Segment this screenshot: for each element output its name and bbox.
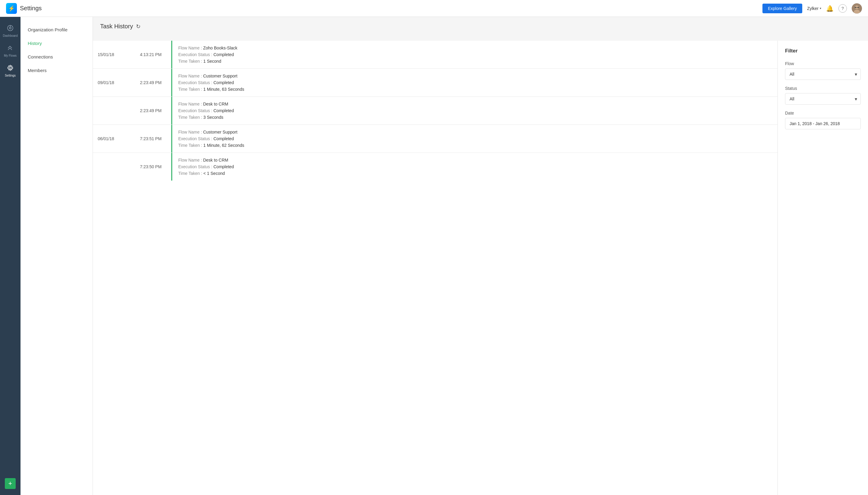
history-time-5: 7:23:50 PM <box>135 153 171 181</box>
execution-status-line-2: Execution Status : Completed <box>178 80 771 85</box>
table-row: 7:23:50 PM Flow Name : Desk to CRM Execu… <box>93 153 778 181</box>
nav-item-members[interactable]: Members <box>20 64 93 77</box>
page-title-header: Settings <box>20 5 763 12</box>
settings-nav: Organization Profile History Connections… <box>20 17 93 495</box>
app-logo[interactable]: ⚡ <box>6 3 17 14</box>
history-detail-4: Flow Name : Customer Support Execution S… <box>171 125 778 153</box>
flow-name-line-3: Flow Name : Desk to CRM <box>178 102 771 106</box>
myflows-icon <box>7 45 14 53</box>
user-menu[interactable]: Zylker ▾ <box>807 6 821 11</box>
svg-rect-4 <box>857 7 859 8</box>
avatar-svg <box>852 3 862 14</box>
history-date-1: 15/01/18 <box>93 41 135 68</box>
history-date-2: 09/01/18 <box>93 69 135 97</box>
filter-panel: Filter Flow All Zoho Books-Slack Custome… <box>778 41 868 495</box>
sidebar-settings-label: Settings <box>5 74 16 77</box>
history-date-4: 06/01/18 <box>93 125 135 153</box>
time-taken-line-2: Time Taken : 1 Minute, 63 Seconds <box>178 87 771 92</box>
history-time-3: 2:23:49 PM <box>135 97 171 124</box>
dashboard-icon <box>7 25 14 33</box>
filter-date-label: Date <box>785 110 861 116</box>
flow-name-line-4: Flow Name : Customer Support <box>178 130 771 134</box>
sidebar-item-dashboard[interactable]: Dashboard <box>0 22 20 40</box>
filter-title: Filter <box>785 48 861 54</box>
app-header: ⚡ Settings Explore Gallery Zylker ▾ 🔔 ? <box>0 0 868 17</box>
content-body: 15/01/18 4:13:21 PM Flow Name : Zoho Boo… <box>93 41 868 495</box>
time-taken-line-1: Time Taken : 1 Second <box>178 59 771 64</box>
filter-date-section: Date <box>785 110 861 129</box>
table-row: 09/01/18 2:23:49 PM Flow Name : Customer… <box>93 69 778 97</box>
table-row: 15/01/18 4:13:21 PM Flow Name : Zoho Boo… <box>93 41 778 69</box>
history-detail-5: Flow Name : Desk to CRM Execution Status… <box>171 153 778 181</box>
user-name-label: Zylker <box>807 6 819 11</box>
sidebar-item-settings[interactable]: Settings <box>0 62 20 80</box>
sidebar-item-myflows[interactable]: My Flows <box>0 41 20 60</box>
header-actions: Explore Gallery Zylker ▾ 🔔 ? <box>763 3 862 14</box>
execution-status-line-1: Execution Status : Completed <box>178 52 771 57</box>
history-detail-3: Flow Name : Desk to CRM Execution Status… <box>171 97 778 124</box>
filter-status-label: Status <box>785 86 861 91</box>
table-row: 06/01/18 7:23:51 PM Flow Name : Customer… <box>93 125 778 153</box>
filter-flow-section: Flow All Zoho Books-Slack Customer Suppo… <box>785 61 861 80</box>
user-chevron-icon: ▾ <box>820 7 821 10</box>
filter-status-select[interactable]: All Completed Failed Running <box>785 93 861 105</box>
refresh-icon[interactable]: ↻ <box>136 23 140 30</box>
svg-point-7 <box>9 27 11 29</box>
nav-item-connections[interactable]: Connections <box>20 50 93 64</box>
flow-name-line-2: Flow Name : Customer Support <box>178 73 771 79</box>
avatar[interactable] <box>852 3 862 14</box>
filter-status-section: Status All Completed Failed Running ▾ <box>785 86 861 105</box>
sidebar-dashboard-label: Dashboard <box>3 34 18 37</box>
help-icon[interactable]: ? <box>838 4 847 13</box>
svg-point-9 <box>9 67 12 69</box>
notification-bell-icon[interactable]: 🔔 <box>826 5 834 12</box>
history-date-5 <box>93 153 135 181</box>
sidebar-myflows-label: My Flows <box>4 54 17 57</box>
execution-status-line-3: Execution Status : Completed <box>178 108 771 113</box>
filter-flow-select[interactable]: All Zoho Books-Slack Customer Support De… <box>785 68 861 80</box>
filter-flow-wrapper: All Zoho Books-Slack Customer Support De… <box>785 68 861 80</box>
history-detail-2: Flow Name : Customer Support Execution S… <box>171 69 778 97</box>
nav-members-label: Members <box>28 68 47 73</box>
execution-status-line-5: Execution Status : Completed <box>178 164 771 169</box>
time-taken-line-4: Time Taken : 1 Minute, 62 Seconds <box>178 143 771 148</box>
settings-icon <box>7 65 14 73</box>
filter-flow-label: Flow <box>785 61 861 66</box>
execution-status-line-4: Execution Status : Completed <box>178 136 771 141</box>
filter-status-wrapper: All Completed Failed Running ▾ <box>785 93 861 105</box>
explore-gallery-button[interactable]: Explore Gallery <box>763 4 802 13</box>
app-layout: Dashboard My Flows Settings + <box>0 17 868 495</box>
history-detail-1: Flow Name : Zoho Books-Slack Execution S… <box>171 41 778 68</box>
task-history-title: Task History <box>100 23 133 30</box>
time-taken-line-3: Time Taken : 3 Seconds <box>178 115 771 120</box>
history-date-3 <box>93 97 135 124</box>
flow-name-line-5: Flow Name : Desk to CRM <box>178 158 771 163</box>
history-time-4: 7:23:51 PM <box>135 125 171 153</box>
nav-org-profile-label: Organization Profile <box>28 27 68 32</box>
table-row: 2:23:49 PM Flow Name : Desk to CRM Execu… <box>93 97 778 125</box>
history-time-2: 2:23:49 PM <box>135 69 171 97</box>
nav-connections-label: Connections <box>28 54 53 59</box>
add-button[interactable]: + <box>5 478 16 489</box>
filter-date-input[interactable] <box>785 118 861 129</box>
flow-name-line-1: Flow Name : Zoho Books-Slack <box>178 46 771 50</box>
svg-rect-3 <box>855 7 856 8</box>
task-history-header: Task History ↻ <box>93 17 868 30</box>
sidebar: Dashboard My Flows Settings + <box>0 17 20 495</box>
history-time-1: 4:13:21 PM <box>135 41 171 68</box>
time-taken-line-5: Time Taken : < 1 Second <box>178 171 771 176</box>
nav-item-org-profile[interactable]: Organization Profile <box>20 23 93 36</box>
add-icon: + <box>9 480 12 488</box>
history-list: 15/01/18 4:13:21 PM Flow Name : Zoho Boo… <box>93 41 778 495</box>
nav-history-label: History <box>28 41 42 46</box>
avatar-image <box>852 3 862 14</box>
main-content: Task History ↻ 15/01/18 4:13:21 PM Flow … <box>93 17 868 495</box>
nav-item-history[interactable]: History <box>20 36 93 50</box>
